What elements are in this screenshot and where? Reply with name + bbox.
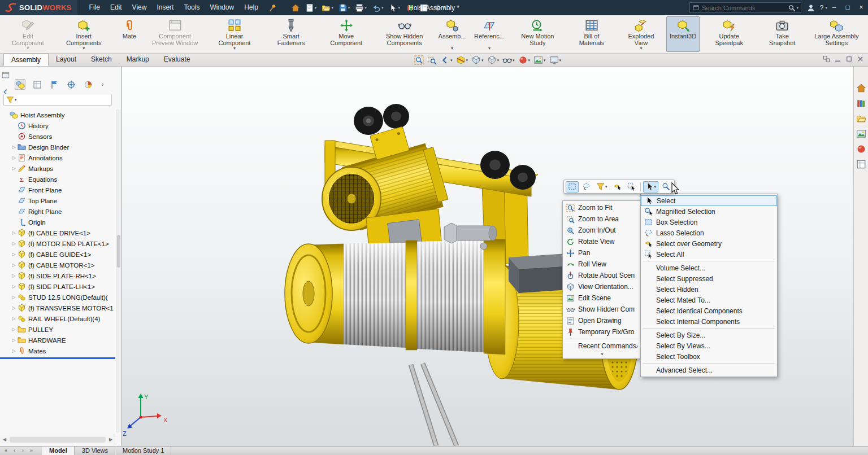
scroll-thumb[interactable]	[117, 235, 120, 268]
menu-item-select-all[interactable]: Select All	[641, 249, 777, 260]
taskpane-ball-button[interactable]	[856, 143, 867, 155]
menu-item-select-by-size[interactable]: Select By Size...	[641, 330, 777, 340]
vieworient-button[interactable]: ▾	[470, 55, 485, 65]
winclose-button[interactable]	[856, 55, 865, 63]
menu-view[interactable]: View	[127, 0, 152, 15]
menu-item-zoom-in-out[interactable]: Zoom In/Out	[563, 225, 641, 236]
expand-arrow-icon[interactable]: ▷	[10, 327, 18, 332]
lasso-button[interactable]	[580, 181, 593, 193]
ribbon-move-component[interactable]: Move Component	[319, 16, 374, 52]
ribbon-assemb[interactable]: Assemb...▾	[435, 16, 470, 52]
next-study-button[interactable]: ›	[19, 447, 27, 455]
maximize-button[interactable]: □	[841, 0, 854, 15]
menu-item-select-by-views[interactable]: Select By Views...	[641, 340, 777, 351]
tree-item-markups[interactable]: ▷Markups	[0, 163, 115, 174]
first-study-button[interactable]: «	[2, 447, 10, 455]
taskpane-props-button[interactable]	[856, 159, 867, 170]
tree-item-stud-12-5-long-default[interactable]: ▷STUD 12.5 LONG(Default)(	[0, 292, 115, 303]
ball-button[interactable]: ▾	[517, 55, 532, 65]
expand-arrow-icon[interactable]: ▷	[10, 295, 18, 300]
section-button[interactable]: ▾	[454, 55, 470, 65]
menu-window[interactable]: Window	[205, 0, 239, 15]
tree-item-history[interactable]: History	[0, 120, 115, 131]
search-caret-icon[interactable]: ▾	[796, 6, 798, 10]
newdoc-caret-icon[interactable]: ▾	[315, 6, 317, 10]
tree-item-design-binder[interactable]: ▷Design Binder	[0, 142, 115, 152]
menu-item-view-orientation[interactable]: View Orientation...	[563, 281, 641, 292]
tree-item-f-side-plate-rh-1[interactable]: ▷(f) SIDE PLATE-RH<1>	[0, 270, 115, 281]
tree-item-f-cable-drive-1[interactable]: ▷(f) CABLE DRIVE<1>	[0, 228, 115, 238]
tab-evaluate[interactable]: Evaluate	[157, 54, 198, 66]
menu-tools[interactable]: Tools	[179, 0, 205, 15]
ribbon-smart-fasteners[interactable]: Smart Fasteners	[265, 16, 318, 52]
save-button[interactable]: ▾	[337, 2, 352, 14]
cursorw-caret-icon[interactable]: ▾	[398, 6, 400, 10]
tree-item-hoist-assembly[interactable]: Hoist Assembly	[0, 110, 115, 120]
cursor-caret-icon[interactable]: ▾	[654, 185, 657, 189]
zoomfit-button[interactable]	[413, 55, 426, 65]
ribbon-show-hidden-components[interactable]: Show Hidden Components	[375, 16, 433, 52]
prevview-button[interactable]: ▾	[439, 55, 454, 65]
wintile-button[interactable]	[822, 55, 831, 63]
ribbon-exploded-view[interactable]: Exploded View▾	[617, 16, 665, 52]
glasses-button[interactable]: ▾	[501, 55, 517, 65]
taskpane-open-button[interactable]	[856, 113, 867, 124]
menu-item-show-hidden-com[interactable]: Show Hidden Com	[563, 304, 641, 315]
tab-markup[interactable]: Markup	[119, 54, 157, 66]
taskpane-scene-button[interactable]	[856, 128, 867, 139]
selall-button[interactable]	[625, 181, 638, 193]
ribbon-edit-component[interactable]: Edit Component▾	[2, 16, 54, 52]
bottom-tab-model[interactable]: Model	[42, 447, 75, 455]
prevview-caret-icon[interactable]: ▾	[450, 58, 453, 63]
expand-arrow-icon[interactable]: ▷	[10, 338, 18, 343]
manager-tab-pie[interactable]	[83, 79, 93, 90]
expand-arrow-icon[interactable]: ▷	[10, 284, 18, 289]
bottom-tab-motion-study-1[interactable]: Motion Study 1	[115, 447, 171, 455]
expand-arrow-icon[interactable]: ▷	[10, 230, 18, 235]
viewsettings-button[interactable]: ▾	[548, 55, 563, 65]
ribbon-linear-component-pattern[interactable]: Linear Component Pattern▾	[205, 16, 263, 52]
filter-funnel-icon[interactable]	[6, 96, 14, 104]
print-button[interactable]: ▾	[353, 2, 368, 14]
undo-caret-icon[interactable]: ▾	[381, 6, 384, 10]
expand-arrow-icon[interactable]: ▷	[10, 241, 18, 246]
manager-tab-asm[interactable]	[15, 79, 25, 90]
scroll-thumb[interactable]	[10, 437, 106, 443]
tree-item-equations[interactable]: ΣEquations	[0, 174, 115, 185]
expand-arrow-icon[interactable]: ▷	[10, 166, 18, 171]
menu-item-roll-view[interactable]: Roll View	[563, 259, 641, 270]
print-caret-icon[interactable]: ▾	[364, 6, 367, 10]
menu-item-select-mated-to[interactable]: Select Mated To...	[641, 295, 777, 305]
filterfunnel-button[interactable]: ▾	[594, 181, 610, 193]
tree-item-rail-wheel-default-4[interactable]: ▷RAIL WHEEL(Default)(4)	[0, 313, 115, 324]
ribbon-component-preview-window[interactable]: Component Preview Window	[146, 16, 204, 52]
menu-item-select-hidden[interactable]: Select Hidden	[641, 284, 777, 295]
menu-file[interactable]: File	[84, 0, 105, 15]
scene-button[interactable]: ▾	[532, 55, 548, 65]
expand-arrow-icon[interactable]: ▷	[10, 155, 18, 160]
help-button[interactable]: ?	[820, 4, 824, 12]
menu-item-recent-commands[interactable]: Recent Commands›	[563, 340, 641, 352]
menu-item-advanced-select[interactable]: Advanced Select...	[641, 365, 777, 375]
menu-help[interactable]: Help	[239, 0, 263, 15]
tree-item-origin[interactable]: Origin	[0, 217, 115, 228]
search-box[interactable]: ▾	[689, 2, 801, 13]
menu-item-zoom-to-fit[interactable]: Zoom to Fit	[563, 202, 641, 213]
tree-end-bar[interactable]	[0, 357, 115, 359]
menu-item-temporary-fix-gro[interactable]: Temporary Fix/Gro	[563, 326, 641, 338]
winrest-button[interactable]	[845, 55, 853, 63]
menu-item-open-drawing[interactable]: Open Drawing	[563, 315, 641, 326]
boxsel-button[interactable]	[566, 181, 579, 193]
tree-item-f-transverse-motor-1[interactable]: ▷(f) TRANSVERSE MOTOR<1	[0, 303, 115, 313]
zoomarea-button[interactable]	[426, 55, 439, 65]
tree-item-pulley[interactable]: ▷PULLEY	[0, 324, 115, 335]
home-button[interactable]	[289, 2, 302, 14]
tree-item-front-plane[interactable]: Front Plane	[0, 185, 115, 195]
displaystyle-caret-icon[interactable]: ▾	[497, 58, 500, 63]
close-button[interactable]: ×	[854, 0, 868, 15]
tree-item-f-cable-guide-1[interactable]: ▷(f) CABLE GUIDE<1>	[0, 249, 115, 260]
ribbon-new-motion-study[interactable]: New Motion Study	[509, 16, 566, 52]
ribbon-bill-of-materials[interactable]: Bill of Materials	[567, 16, 616, 52]
displaystyle-button[interactable]: ▾	[485, 55, 501, 65]
tree-vertical-scrollbar[interactable]	[116, 110, 121, 432]
